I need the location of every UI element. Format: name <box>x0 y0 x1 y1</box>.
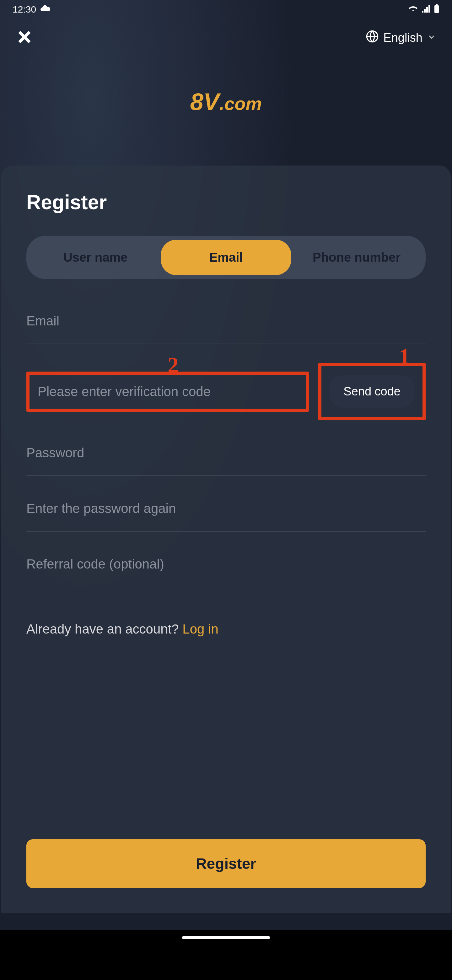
send-code-highlight: 1 Send code <box>318 363 426 420</box>
wifi-icon <box>408 4 418 15</box>
tab-phone[interactable]: Phone number <box>291 240 422 275</box>
password-again-row <box>26 495 426 531</box>
verify-row: 2 1 Send code <box>26 363 426 420</box>
password-input[interactable] <box>26 439 426 467</box>
svg-rect-1 <box>436 4 438 5</box>
verify-input-highlight: 2 <box>26 372 309 412</box>
header: English <box>0 19 452 47</box>
status-right <box>408 4 439 15</box>
email-input[interactable] <box>26 307 426 335</box>
globe-icon <box>366 30 379 46</box>
language-selector[interactable]: English <box>366 30 436 46</box>
chevron-down-icon <box>427 31 436 45</box>
system-nav-bar <box>0 930 452 980</box>
battery-icon <box>434 4 439 15</box>
status-left: 12:30 <box>13 4 51 15</box>
logo-text-2: .com <box>219 93 262 114</box>
close-icon[interactable] <box>16 28 33 47</box>
tab-email[interactable]: Email <box>161 240 291 275</box>
email-row <box>26 307 426 344</box>
cloud-icon <box>40 4 51 15</box>
login-link[interactable]: Log in <box>182 622 218 636</box>
tab-username[interactable]: User name <box>30 240 161 275</box>
verification-code-input[interactable] <box>38 384 298 399</box>
password-row <box>26 439 426 476</box>
register-button[interactable]: Register <box>26 839 426 888</box>
referral-input[interactable] <box>26 550 426 578</box>
logo: 8V.com <box>0 88 452 115</box>
annotation-2: 2 <box>168 353 179 378</box>
page-title: Register <box>26 191 426 214</box>
language-label: English <box>383 31 422 45</box>
password-again-input[interactable] <box>26 495 426 522</box>
referral-row <box>26 550 426 587</box>
register-card: Register User name Email Phone number 2 … <box>1 165 451 913</box>
status-time: 12:30 <box>13 4 36 15</box>
annotation-1: 1 <box>399 344 410 369</box>
already-have-account: Already have an account? Log in <box>26 622 426 637</box>
svg-rect-0 <box>435 5 439 13</box>
home-indicator[interactable] <box>182 936 270 939</box>
status-bar: 12:30 <box>0 0 452 19</box>
send-code-button[interactable]: Send code <box>330 375 414 408</box>
register-tabs: User name Email Phone number <box>26 236 426 279</box>
already-text: Already have an account? <box>26 622 182 636</box>
logo-text-1: 8V <box>190 88 219 115</box>
signal-icon <box>422 4 430 15</box>
